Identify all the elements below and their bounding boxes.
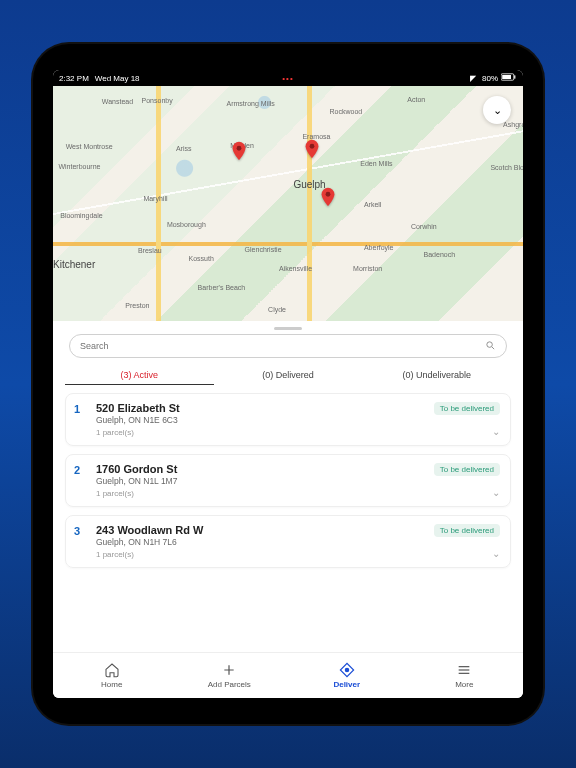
- map-place-label: Ponsonby: [142, 97, 173, 104]
- more-icon: [456, 662, 472, 678]
- map-place-label: Eden Mills: [360, 160, 392, 167]
- map-pin[interactable]: [228, 140, 250, 162]
- map-place-label: Rockwood: [330, 108, 363, 115]
- status-date: Wed May 18: [95, 74, 140, 83]
- map-place-label: Corwhin: [411, 223, 437, 230]
- panel-drag-handle[interactable]: [274, 327, 302, 330]
- svg-line-7: [492, 346, 494, 348]
- nav-label: Home: [101, 680, 122, 689]
- tab-active[interactable]: (3) Active: [65, 364, 214, 385]
- delivery-card[interactable]: 1520 Elizabeth StGuelph, ON N1E 6C31 par…: [65, 393, 511, 446]
- map-place-label: Bloomingdale: [60, 212, 102, 219]
- status-badge: To be delivered: [434, 463, 500, 476]
- tab-undeliverable[interactable]: (0) Undeliverable: [362, 364, 511, 385]
- svg-point-4: [309, 144, 314, 149]
- status-badge: To be delivered: [434, 402, 500, 415]
- nav-label: Deliver: [333, 680, 360, 689]
- map-place-label: West Montrose: [66, 143, 113, 150]
- chevron-down-icon: ⌄: [493, 104, 502, 117]
- delivery-parcel-count: 1 parcel(s): [96, 550, 420, 559]
- search-input[interactable]: [80, 341, 485, 351]
- chevron-down-icon: ⌄: [492, 548, 500, 559]
- nav-plus[interactable]: Add Parcels: [171, 653, 289, 698]
- svg-rect-2: [514, 75, 515, 78]
- status-time: 2:32 PM: [59, 74, 89, 83]
- delivery-card[interactable]: 3243 Woodlawn Rd WGuelph, ON N1H 7L61 pa…: [65, 515, 511, 568]
- svg-point-5: [325, 192, 330, 197]
- map-place-label: Ashgrove: [503, 121, 523, 128]
- delivery-city: Guelph, ON N1E 6C3: [96, 415, 420, 425]
- delivery-list: 1520 Elizabeth StGuelph, ON N1E 6C31 par…: [53, 385, 523, 652]
- map-place-label: Aikensville: [279, 265, 312, 272]
- svg-point-3: [237, 146, 242, 151]
- map-place-label: Aberfoyle: [364, 244, 394, 251]
- delivery-address: 243 Woodlawn Rd W: [96, 524, 420, 536]
- deliver-icon: [339, 662, 355, 678]
- delivery-parcel-count: 1 parcel(s): [96, 489, 420, 498]
- search-field[interactable]: [69, 334, 507, 358]
- map-place-label: Breslau: [138, 247, 162, 254]
- map-place-label: Morriston: [353, 265, 382, 272]
- map-place-label: Kitchener: [53, 259, 95, 270]
- svg-point-6: [487, 341, 493, 347]
- delivery-index: 1: [74, 402, 88, 437]
- svg-point-11: [345, 668, 348, 671]
- map-place-label: Maryhill: [143, 195, 167, 202]
- map-place-label: Acton: [407, 96, 425, 103]
- delivery-city: Guelph, ON N1H 7L6: [96, 537, 420, 547]
- delivery-panel: (3) Active(0) Delivered(0) Undeliverable…: [53, 321, 523, 652]
- map-place-label: Kossuth: [189, 255, 214, 262]
- map-place-label: Badenoch: [424, 251, 456, 258]
- nav-deliver[interactable]: Deliver: [288, 653, 406, 698]
- map-place-label: Armstrong Mills: [227, 100, 275, 107]
- map[interactable]: ⌄ WansteadPonsonbyArmstrong MillsRockwoo…: [53, 86, 523, 321]
- map-place-label: Glenchristie: [245, 246, 282, 253]
- battery-label: 80%: [482, 74, 498, 83]
- delivery-address: 1760 Gordon St: [96, 463, 420, 475]
- map-place-label: Barber's Beach: [198, 284, 246, 291]
- location-icon: ◤: [470, 74, 476, 83]
- tablet-frame: 2:32 PM Wed May 18 ••• ◤ 80% ⌄ WansteadP…: [33, 44, 543, 724]
- delivery-card[interactable]: 21760 Gordon StGuelph, ON N1L 1M71 parce…: [65, 454, 511, 507]
- map-place-label: Scotch Block: [490, 164, 523, 171]
- delivery-index: 3: [74, 524, 88, 559]
- status-bar: 2:32 PM Wed May 18 ••• ◤ 80%: [53, 70, 523, 86]
- delivery-index: 2: [74, 463, 88, 498]
- delivery-tabs: (3) Active(0) Delivered(0) Undeliverable: [53, 364, 523, 385]
- nav-label: More: [455, 680, 473, 689]
- status-badge: To be delivered: [434, 524, 500, 537]
- battery-icon: [501, 73, 517, 83]
- nav-home[interactable]: Home: [53, 653, 171, 698]
- map-pin[interactable]: [317, 186, 339, 208]
- status-recording-dots: •••: [282, 74, 293, 83]
- chevron-down-icon: ⌄: [492, 426, 500, 437]
- svg-rect-1: [502, 75, 511, 79]
- screen: 2:32 PM Wed May 18 ••• ◤ 80% ⌄ WansteadP…: [53, 70, 523, 698]
- map-pin[interactable]: [301, 138, 323, 160]
- map-place-label: Clyde: [268, 306, 286, 313]
- map-place-label: Preston: [125, 302, 149, 309]
- home-icon: [104, 662, 120, 678]
- nav-label: Add Parcels: [208, 680, 251, 689]
- plus-icon: [221, 662, 237, 678]
- delivery-city: Guelph, ON N1L 1M7: [96, 476, 420, 486]
- delivery-address: 520 Elizabeth St: [96, 402, 420, 414]
- search-icon: [485, 340, 496, 353]
- map-place-label: Winterbourne: [58, 163, 100, 170]
- map-place-label: Ariss: [176, 145, 192, 152]
- chevron-down-icon: ⌄: [492, 487, 500, 498]
- bottom-nav: HomeAdd ParcelsDeliverMore: [53, 652, 523, 698]
- nav-more[interactable]: More: [406, 653, 524, 698]
- delivery-parcel-count: 1 parcel(s): [96, 428, 420, 437]
- map-place-label: Wanstead: [102, 98, 133, 105]
- tab-delivered[interactable]: (0) Delivered: [214, 364, 363, 385]
- map-place-label: Mosborough: [167, 221, 206, 228]
- map-place-label: Arkell: [364, 201, 382, 208]
